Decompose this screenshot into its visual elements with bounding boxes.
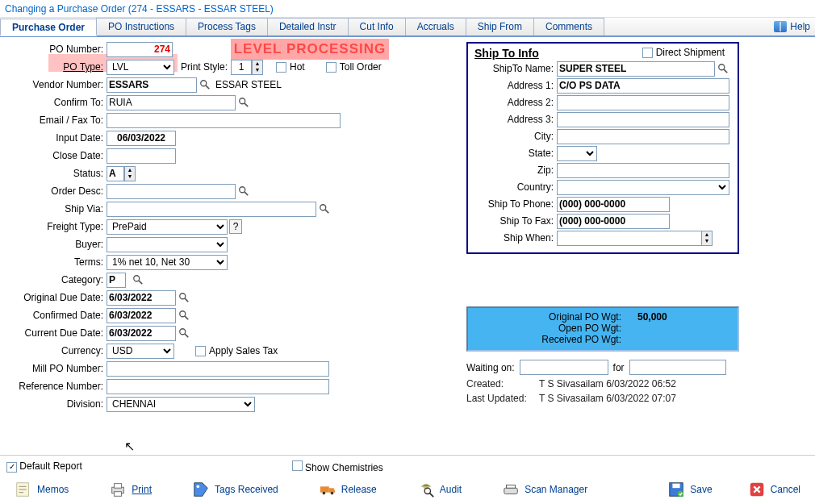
cur-due-lookup-icon[interactable] bbox=[177, 326, 191, 340]
toll-order-label: Toll Order bbox=[340, 61, 382, 73]
tags-received-button[interactable]: Tags Received bbox=[184, 478, 286, 501]
tab-detailed-instr[interactable]: Detailed Instr bbox=[267, 18, 349, 35]
tag-icon bbox=[192, 481, 210, 498]
city-input[interactable] bbox=[557, 129, 729, 144]
conf-date-lookup-icon[interactable] bbox=[177, 308, 191, 323]
cur-due-input[interactable] bbox=[107, 326, 176, 341]
toll-order-checkbox[interactable] bbox=[326, 62, 336, 73]
email-fax-input[interactable] bbox=[107, 113, 341, 128]
orig-due-input[interactable] bbox=[107, 290, 176, 306]
zip-input[interactable] bbox=[557, 163, 729, 178]
spin-up-icon[interactable]: ▲ bbox=[702, 231, 712, 239]
scan-manager-button[interactable]: Scan Manager bbox=[494, 478, 596, 501]
svg-point-25 bbox=[197, 485, 200, 489]
freight-type-select[interactable]: PrePaid bbox=[107, 219, 228, 235]
tab-ship-from[interactable]: Ship From bbox=[466, 18, 534, 35]
freight-help-icon[interactable]: ? bbox=[229, 219, 242, 234]
status-input[interactable] bbox=[107, 166, 124, 181]
svg-line-15 bbox=[185, 334, 188, 337]
svg-rect-26 bbox=[320, 486, 329, 492]
addr3-input[interactable] bbox=[557, 112, 729, 127]
waiting-on-input[interactable] bbox=[520, 360, 608, 375]
tab-cut-info[interactable]: Cut Info bbox=[348, 18, 406, 35]
po-number-input[interactable] bbox=[107, 42, 173, 57]
ship-when-input[interactable] bbox=[557, 231, 702, 246]
vendor-number-input[interactable] bbox=[107, 77, 197, 93]
cancel-button[interactable]: Cancel bbox=[740, 478, 809, 501]
show-chemistries-checkbox[interactable] bbox=[292, 460, 303, 471]
svg-point-0 bbox=[201, 81, 207, 86]
status-label: Status: bbox=[10, 168, 107, 179]
close-date-label: Close Date: bbox=[10, 150, 107, 161]
confirm-to-input[interactable] bbox=[107, 95, 236, 110]
svg-line-13 bbox=[185, 316, 188, 319]
shipto-name-lookup-icon[interactable] bbox=[716, 61, 730, 76]
spin-up-icon[interactable]: ▲ bbox=[125, 167, 135, 174]
hot-checkbox[interactable] bbox=[276, 62, 286, 73]
release-button[interactable]: Release bbox=[311, 478, 385, 501]
apply-tax-checkbox[interactable] bbox=[195, 346, 206, 356]
mill-po-label: Mill PO Number: bbox=[10, 363, 107, 374]
spin-up-icon[interactable]: ▲ bbox=[253, 60, 262, 68]
confirm-to-lookup-icon[interactable] bbox=[236, 95, 251, 110]
help-button[interactable]: Help bbox=[769, 18, 815, 35]
shipto-name-input[interactable] bbox=[557, 61, 715, 77]
tab-comments[interactable]: Comments bbox=[533, 18, 604, 35]
conf-date-label: Confirmed Date: bbox=[10, 310, 107, 321]
close-date-input[interactable] bbox=[107, 148, 176, 164]
spin-down-icon[interactable]: ▼ bbox=[125, 173, 135, 181]
save-button[interactable]: Save bbox=[659, 478, 720, 501]
ref-num-input[interactable] bbox=[107, 379, 329, 394]
svg-rect-23 bbox=[115, 484, 122, 489]
default-report-checkbox[interactable] bbox=[6, 462, 17, 473]
tab-purchase-order[interactable]: Purchase Order bbox=[0, 19, 97, 36]
mill-po-input[interactable] bbox=[107, 361, 329, 377]
ship-via-input[interactable] bbox=[107, 202, 316, 217]
svg-rect-24 bbox=[115, 492, 122, 497]
category-lookup-icon[interactable] bbox=[131, 273, 145, 287]
shipto-name-label: ShipTo Name: bbox=[474, 63, 557, 74]
input-date-input[interactable] bbox=[107, 131, 176, 146]
addr1-input[interactable] bbox=[557, 78, 729, 94]
order-desc-lookup-icon[interactable] bbox=[236, 184, 251, 198]
svg-point-14 bbox=[180, 329, 186, 335]
currency-select[interactable]: USD bbox=[107, 344, 174, 359]
memos-button[interactable]: Memos bbox=[6, 478, 77, 501]
tab-accruals[interactable]: Accruals bbox=[405, 18, 466, 35]
fax-input[interactable] bbox=[557, 214, 670, 229]
waiting-for-input[interactable] bbox=[629, 360, 726, 375]
ship-via-lookup-icon[interactable] bbox=[317, 202, 332, 216]
po-number-label: PO Number: bbox=[10, 44, 107, 55]
orig-due-lookup-icon[interactable] bbox=[177, 290, 191, 305]
vendor-lookup-icon[interactable] bbox=[198, 77, 212, 92]
addr2-input[interactable] bbox=[557, 95, 729, 110]
terms-select[interactable]: 1% net 10, Net 30 bbox=[107, 255, 228, 270]
tab-process-tags[interactable]: Process Tags bbox=[186, 18, 268, 35]
direct-shipment-checkbox[interactable] bbox=[642, 48, 653, 58]
svg-point-16 bbox=[719, 65, 725, 70]
confirm-to-label: Confirm To: bbox=[10, 97, 107, 108]
conf-date-input[interactable] bbox=[107, 308, 176, 323]
tab-po-instructions[interactable]: PO Instructions bbox=[96, 18, 186, 35]
orig-due-label: Original Due Date: bbox=[10, 292, 107, 303]
freight-type-label: Freight Type: bbox=[10, 221, 107, 232]
po-type-select[interactable]: LVL bbox=[107, 60, 174, 75]
state-select[interactable] bbox=[557, 146, 597, 161]
svg-line-5 bbox=[245, 192, 248, 195]
division-select[interactable]: CHENNAI bbox=[107, 397, 255, 412]
print-style-input[interactable] bbox=[231, 60, 252, 75]
country-select[interactable] bbox=[557, 180, 729, 195]
audit-button[interactable]: Audit bbox=[409, 478, 470, 501]
waiting-for-label: for bbox=[613, 362, 625, 373]
spin-down-icon[interactable]: ▼ bbox=[702, 238, 712, 245]
memo-icon bbox=[15, 481, 32, 498]
print-button[interactable]: Print bbox=[101, 478, 160, 501]
division-label: Division: bbox=[10, 398, 107, 410]
order-desc-input[interactable] bbox=[107, 184, 236, 199]
window-title: Changing a Purchase Order (274 - ESSARS … bbox=[0, 0, 815, 18]
buyer-select[interactable] bbox=[107, 237, 228, 252]
svg-line-17 bbox=[724, 69, 727, 73]
spin-down-icon[interactable]: ▼ bbox=[253, 67, 262, 74]
category-input[interactable] bbox=[107, 273, 126, 288]
phone-input[interactable] bbox=[557, 197, 670, 212]
